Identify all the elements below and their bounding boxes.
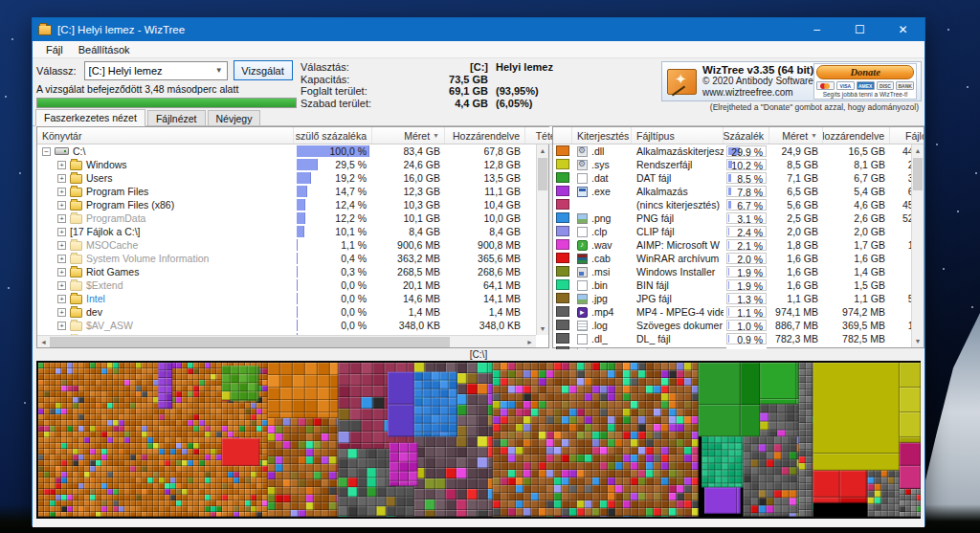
extension-row[interactable]: .msiWindows Installer1,9 %1,6 GB1,4 GB13… bbox=[553, 265, 913, 278]
donate-button[interactable]: Donate bbox=[816, 65, 914, 79]
scroll-left-icon[interactable]: ◄ bbox=[37, 336, 50, 347]
extension-row[interactable]: (nincs kiterjesztés)6,7 %5,6 GB4,6 GB45 … bbox=[553, 198, 913, 211]
percent-cell: 3,1 % bbox=[726, 212, 767, 224]
extension-row[interactable]: .pngPNG fájl3,1 %2,5 GB2,6 GB52 336 bbox=[553, 211, 913, 225]
percent-cell: 2,1 % bbox=[726, 239, 767, 251]
menu-item-fájl[interactable]: Fájl bbox=[38, 44, 71, 56]
scan-progress-fill bbox=[37, 99, 296, 107]
expand-icon[interactable]: + bbox=[57, 161, 66, 169]
extension-row[interactable]: .dllAlkalmazáskiterjesz29,9 %24,9 GB16,5… bbox=[553, 144, 913, 158]
expand-icon[interactable]: + bbox=[57, 188, 66, 196]
tree-row[interactable]: +Intel0,0 %14,6 MB14,1 MB bbox=[37, 292, 538, 305]
extension-row[interactable]: .cabWinRAR archívum2,0 %1,6 GB1,6 GB510 bbox=[553, 252, 913, 265]
tree-row[interactable]: +System Volume Information0,4 %363,2 MB3… bbox=[37, 252, 538, 265]
treemap[interactable] bbox=[36, 361, 921, 519]
percent-cell bbox=[726, 346, 767, 349]
parent-percent-cell: 12,4 % bbox=[297, 199, 369, 211]
extension-name: .clp bbox=[591, 226, 607, 237]
column-header[interactable] bbox=[553, 127, 572, 144]
scroll-thumb[interactable] bbox=[913, 158, 923, 190]
column-header[interactable]: Fájlok bbox=[890, 127, 924, 144]
tree-row[interactable]: +[17 Fájlok a C:\]10,1 %8,4 GB8,4 GB bbox=[37, 225, 538, 238]
file-type-cell: BIN fájl bbox=[632, 279, 724, 291]
directory-name: Riot Games bbox=[86, 266, 139, 278]
column-header[interactable]: Méret▼ bbox=[372, 127, 445, 144]
ext-vertical-scrollbar[interactable]: ▲ ▼ bbox=[911, 144, 924, 347]
expand-icon[interactable]: + bbox=[57, 281, 66, 290]
expand-icon[interactable]: + bbox=[57, 228, 66, 236]
file-type-cell: DL_ fájl bbox=[632, 333, 724, 344]
menu-item-beállítások[interactable]: Beállítások bbox=[71, 44, 138, 56]
expand-icon[interactable]: + bbox=[57, 201, 66, 210]
tree-row[interactable]: +Riot Games0,3 %268,5 MB268,6 MB bbox=[37, 265, 538, 278]
extension-row[interactable]: .sysRendszerfájl10,2 %8,5 GB8,1 GB2 789 bbox=[553, 158, 913, 171]
tree-row[interactable]: −C:\100,0 %83,4 GB67,8 GB51 bbox=[37, 144, 538, 158]
tree-row[interactable]: +$Extend0,0 %20,1 MB64,1 MB bbox=[37, 278, 538, 292]
column-header[interactable]: A szülő százaléka bbox=[294, 127, 372, 144]
tree-row[interactable]: +Windows29,5 %24,6 GB12,8 GB23 bbox=[37, 158, 538, 171]
drive-select-combobox[interactable]: [C:] Helyi lemez ▼ bbox=[84, 61, 228, 80]
extension-row[interactable] bbox=[553, 345, 913, 349]
extension-row[interactable]: .dl_DL_ fájl0,9 %782,3 MB782,5 MB118 bbox=[553, 332, 913, 345]
expand-icon[interactable]: + bbox=[57, 255, 66, 263]
website-link[interactable]: www.wiztreefree.com bbox=[702, 87, 813, 99]
column-header[interactable]: Könyvtár bbox=[37, 127, 294, 144]
tree-row[interactable]: +Program Files (x86)12,4 %10,3 GB10,4 GB… bbox=[37, 198, 538, 211]
tab-fájlnézet[interactable]: Fájlnézet bbox=[147, 110, 206, 125]
percent-cell: 29,9 % bbox=[726, 145, 767, 157]
scroll-thumb[interactable] bbox=[538, 158, 547, 190]
column-header[interactable]: Kiterjesztés bbox=[572, 127, 632, 144]
tree-row[interactable]: +dev0,0 %1,4 MB1,4 MB bbox=[37, 305, 538, 319]
expand-icon[interactable]: + bbox=[57, 174, 66, 183]
tab-faszerkezetes-nézet[interactable]: Faszerkezetes nézet bbox=[35, 109, 145, 126]
tab-névjegy[interactable]: Névjegy bbox=[208, 110, 261, 125]
tree-horizontal-scrollbar[interactable]: ◄ ► bbox=[37, 335, 536, 347]
tree-row[interactable]: +MSOCache1,1 %900,6 MB900,8 MB bbox=[37, 238, 538, 252]
expand-icon[interactable]: + bbox=[57, 322, 66, 330]
column-header[interactable]: Százalék bbox=[724, 127, 769, 144]
collapse-icon[interactable]: − bbox=[42, 147, 51, 156]
scan-button[interactable]: Vizsgálat bbox=[234, 60, 293, 80]
title-bar[interactable]: [C:] Helyi lemez - WizTree – ☐ ✕ bbox=[33, 18, 924, 41]
column-header[interactable]: Méret▼ bbox=[769, 127, 823, 144]
tree-row[interactable]: +Users19,2 %16,0 GB13,5 GB8 bbox=[37, 171, 538, 185]
maximize-button[interactable]: ☐ bbox=[838, 18, 881, 41]
column-header[interactable]: Hozzárendelve bbox=[823, 127, 890, 144]
extension-row[interactable]: .jpgJPG fájl1,3 %1,1 GB1,1 GB5 570 bbox=[553, 292, 913, 305]
scroll-thumb[interactable] bbox=[50, 337, 450, 347]
tree-row[interactable]: +Program Files14,7 %12,3 GB11,1 GB6 bbox=[37, 185, 538, 198]
parent-percent-cell: 0,0 % bbox=[297, 293, 369, 304]
scroll-up-icon[interactable]: ▲ bbox=[537, 144, 548, 157]
file-type-cell: Windows Installer bbox=[632, 266, 724, 278]
extension-row[interactable]: .exeAlkalmazás7,8 %6,5 GB5,4 GB6 665 bbox=[553, 185, 913, 198]
extension-row[interactable]: .wavAIMP: Microsoft W2,1 %1,8 GB1,7 GB1 … bbox=[553, 238, 913, 252]
percent-cell: 8,5 % bbox=[726, 172, 767, 184]
column-header[interactable]: Hozzárendelve bbox=[445, 127, 525, 144]
extension-row[interactable]: .clpCLIP fájl2,4 %2,0 GB2,0 GB30 bbox=[553, 225, 913, 238]
extension-row[interactable]: .mp4MP4 - MPEG-4 vide1,1 %974,1 MB974,2 … bbox=[553, 305, 913, 319]
close-button[interactable]: ✕ bbox=[881, 18, 924, 41]
extension-row[interactable]: .logSzöveges dokumer1,0 %886,7 MB369,5 M… bbox=[553, 319, 913, 332]
extension-color-swatch bbox=[556, 346, 569, 350]
scroll-down-icon[interactable]: ▼ bbox=[912, 335, 924, 347]
extension-name: .exe bbox=[591, 186, 611, 197]
expand-icon[interactable]: + bbox=[57, 241, 66, 250]
expand-icon[interactable]: + bbox=[57, 308, 66, 317]
minimize-button[interactable]: – bbox=[795, 18, 838, 41]
tree-row[interactable]: +ProgramData12,2 %10,1 GB10,0 GB1 bbox=[37, 211, 538, 225]
extension-row[interactable]: .binBIN fájl1,9 %1,6 GB1,5 GB970 bbox=[553, 278, 913, 292]
window-title: [C:] Helyi lemez - WizTree bbox=[57, 24, 185, 35]
tree-vertical-scrollbar[interactable]: ▲ ▼ bbox=[536, 144, 548, 335]
percent-cell: 1,1 % bbox=[726, 306, 767, 318]
tree-row[interactable]: +$AV_ASW0,0 %348,0 KB348,0 KB bbox=[37, 319, 538, 332]
size-cell: 83,4 GB bbox=[372, 145, 445, 157]
expand-icon[interactable]: + bbox=[57, 214, 66, 223]
scroll-up-icon[interactable]: ▲ bbox=[912, 144, 924, 157]
expand-icon[interactable]: + bbox=[57, 268, 66, 277]
column-header[interactable]: Fájltípus bbox=[632, 127, 724, 144]
allocated-cell: 14,1 MB bbox=[445, 293, 525, 304]
extension-row[interactable]: .datDAT fájl8,5 %7,1 GB6,7 GB3 270 bbox=[553, 171, 913, 185]
scroll-right-icon[interactable]: ► bbox=[523, 336, 536, 347]
expand-icon[interactable]: + bbox=[57, 295, 66, 303]
scroll-down-icon[interactable]: ▼ bbox=[537, 322, 548, 335]
